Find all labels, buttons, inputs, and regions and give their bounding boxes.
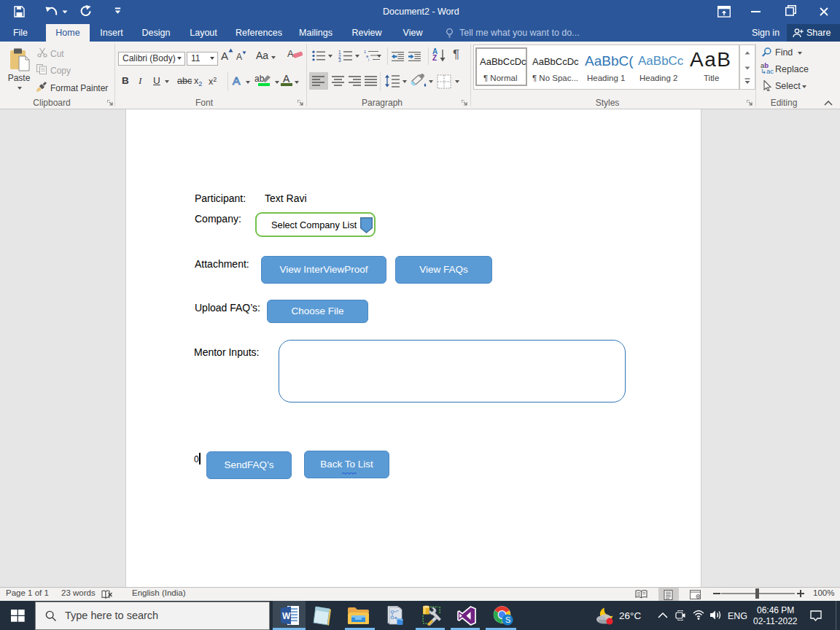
svg-text:3: 3 xyxy=(338,58,341,62)
svg-text:i: i xyxy=(368,58,369,62)
svg-text:W: W xyxy=(282,611,291,621)
svg-text:A: A xyxy=(233,74,241,87)
svg-text:S: S xyxy=(505,615,510,624)
